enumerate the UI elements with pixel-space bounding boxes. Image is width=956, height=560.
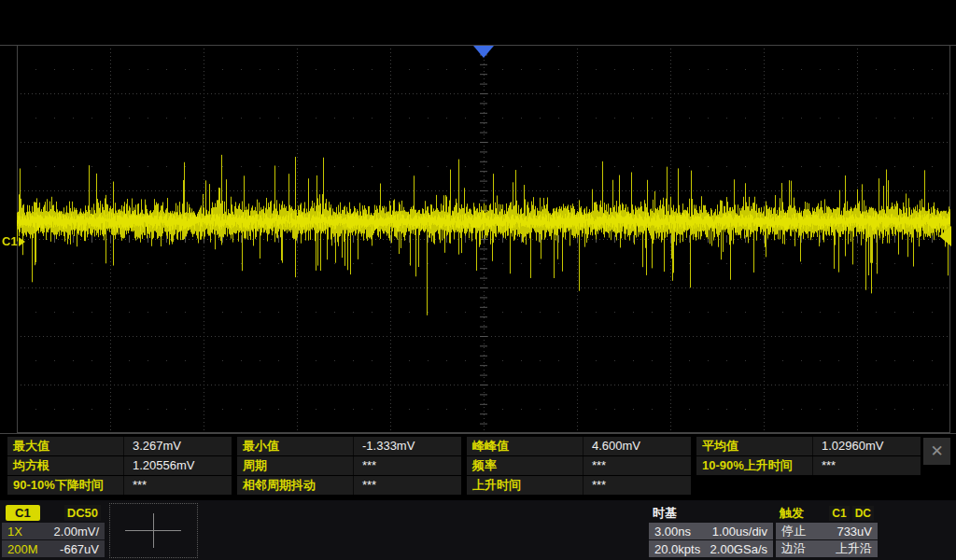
measurement-value: *** <box>583 476 691 495</box>
channel-badge: C1 <box>6 505 40 521</box>
measurement-value: *** <box>813 456 921 475</box>
measurement-cell-fall9010[interactable]: 90-10%下降时间 *** <box>7 476 232 495</box>
waveform-display[interactable] <box>17 45 950 433</box>
timebase-row-scale: 3.00ns 1.00us/div <box>649 523 773 539</box>
measurement-label: 频率 <box>467 456 583 475</box>
measurement-cell-mean[interactable]: 平均值 1.02960mV <box>696 437 921 455</box>
channel-c1-descriptor[interactable]: C1 DC50 1X 2.00mV/ 200M -667uV <box>2 504 105 557</box>
timebase-descriptor[interactable]: 时基 3.00ns 1.00us/div 20.0kpts 2.00GSa/s <box>649 504 773 557</box>
measurement-value: 3.267mV <box>124 437 232 455</box>
measurement-value: *** <box>354 456 461 475</box>
measurement-cell-rise1090[interactable]: 10-90%上升时间 *** <box>696 456 921 475</box>
measurement-value: -1.333mV <box>354 437 461 455</box>
measurement-cell-jitter[interactable]: 相邻周期抖动 *** <box>237 476 461 495</box>
trigger-mode: 边沿 <box>781 540 806 557</box>
trigger-row-status: 停止 733uV <box>776 523 878 539</box>
timebase-header: 时基 <box>649 504 773 522</box>
trigger-slope: 上升沿 <box>836 540 872 557</box>
trigger-level: 733uV <box>836 525 872 539</box>
measurement-value: *** <box>124 476 232 495</box>
waveform-trace-c1 <box>17 45 950 433</box>
channel-coupling: DC50 <box>64 505 101 521</box>
measurement-cell-max[interactable]: 最大值 3.267mV <box>7 437 232 455</box>
measurement-value: *** <box>354 476 461 495</box>
trigger-descriptor[interactable]: 触发 C1 DC 停止 733uV 边沿 上升沿 <box>776 504 878 557</box>
oscilloscope-screen: C1 最大值 3.267mV 最小值 -1.333mV 峰峰值 4.600mV … <box>0 0 956 560</box>
status-bar: C1 DC50 1X 2.00mV/ 200M -667uV 时基 3.00ns… <box>0 500 956 560</box>
channel-row-scale: 1X 2.00mV/ <box>2 523 105 539</box>
timebase-points: 20.0kpts <box>654 542 700 556</box>
channel-scale: 2.00mV/ <box>54 525 99 539</box>
measurement-label: 90-10%下降时间 <box>7 476 124 495</box>
channel-marker-label: C1 <box>2 234 18 248</box>
trigger-coupling-badge: DC <box>852 506 874 521</box>
measurement-label: 均方根 <box>7 456 124 475</box>
measurement-cell-risetime[interactable]: 上升时间 *** <box>467 476 691 495</box>
timebase-scale: 1.00us/div <box>712 525 767 539</box>
channel-offset: -667uV <box>60 542 99 556</box>
trigger-source-badge: C1 <box>829 506 849 521</box>
measurement-cell-frequency[interactable]: 频率 *** <box>467 456 691 475</box>
trigger-position-marker-icon[interactable] <box>473 46 494 58</box>
trigger-header: 触发 C1 DC <box>776 504 878 522</box>
trigger-title: 触发 <box>780 505 804 522</box>
add-channel-placeholder[interactable] <box>109 503 198 558</box>
measurement-value: 1.02960mV <box>813 437 921 455</box>
measurement-cell-empty <box>696 476 921 495</box>
trigger-row-mode: 边沿 上升沿 <box>776 540 878 557</box>
crosshair-icon <box>153 513 154 548</box>
trigger-level-marker-icon[interactable] <box>939 226 951 246</box>
channel-row-offset: 200M -667uV <box>2 540 105 557</box>
trigger-status: 停止 <box>781 523 806 539</box>
measurement-cell-pkpk[interactable]: 峰峰值 4.600mV <box>467 437 691 455</box>
measurement-cell-min[interactable]: 最小值 -1.333mV <box>237 437 461 455</box>
channel-header: C1 DC50 <box>2 504 105 522</box>
trigger-badges: C1 DC <box>829 506 874 521</box>
measurement-value: 1.20556mV <box>124 456 232 475</box>
measurement-label: 10-90%上升时间 <box>696 456 813 475</box>
close-icon: ✕ <box>930 442 943 460</box>
measurement-cell-rms[interactable]: 均方根 1.20556mV <box>7 456 232 475</box>
measurement-label: 最大值 <box>7 437 124 455</box>
channel-bandwidth: 200M <box>7 542 38 556</box>
measurement-label: 上升时间 <box>467 476 583 495</box>
measurement-value: 4.600mV <box>583 437 691 455</box>
channel-probe: 1X <box>7 525 22 539</box>
measurement-label: 平均值 <box>696 437 813 455</box>
right-arrow-icon <box>19 237 25 246</box>
measurement-cell-period[interactable]: 周期 *** <box>237 456 461 475</box>
timebase-delay: 3.00ns <box>654 525 691 539</box>
channel-c1-offset-marker[interactable]: C1 <box>2 234 25 248</box>
measurement-table: 最大值 3.267mV 最小值 -1.333mV 峰峰值 4.600mV 平均值… <box>7 437 921 495</box>
measurement-label: 峰峰值 <box>467 437 583 455</box>
measurement-label: 相邻周期抖动 <box>237 476 354 495</box>
timebase-row-sampling: 20.0kpts 2.00GSa/s <box>649 540 773 557</box>
timebase-rate: 2.00GSa/s <box>710 542 767 556</box>
measurement-label: 周期 <box>237 456 354 475</box>
close-measurements-button[interactable]: ✕ <box>923 438 950 465</box>
measurement-label: 最小值 <box>237 437 354 455</box>
grid-bottom-border <box>0 433 956 434</box>
measurement-value: *** <box>583 456 691 475</box>
timebase-title: 时基 <box>653 505 677 522</box>
